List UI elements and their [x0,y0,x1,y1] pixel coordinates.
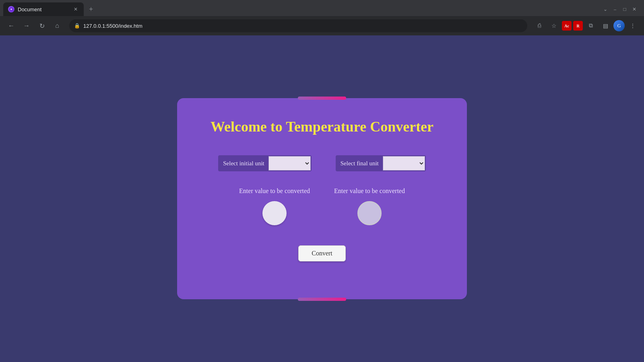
close-button[interactable]: ✕ [631,6,638,12]
menu-button[interactable]: ⋮ [626,19,639,32]
right-input-label: Enter value to be converted [334,187,405,195]
converter-card: Welcome to Temperature Converter Select … [177,98,467,299]
initial-unit-label: Select initial unit [219,158,268,169]
window-list-button[interactable]: ⌄ [602,6,609,12]
left-input-group: Enter value to be converted [239,187,310,225]
selectors-row: Select initial unit Celsius Fahrenheit K… [201,155,443,171]
page-content: Welcome to Temperature Converter Select … [0,35,644,362]
window-controls: ⌄ – □ ✕ [602,6,641,12]
inputs-row: Enter value to be converted Enter value … [201,187,443,225]
url-text: 127.0.0.1:5500/index.htm [83,23,142,29]
toolbar-actions: ⎙ ☆ Ac R ⧉ ▤ G ⋮ [533,19,639,32]
right-input-group: Enter value to be converted [334,187,405,225]
left-input-label: Enter value to be converted [239,187,310,195]
browser-chrome: Document ✕ + ⌄ – □ ✕ ← → ↻ ⌂ 🔒 127.0.0.1… [0,0,644,35]
tab-title: Document [18,6,69,12]
address-bar[interactable]: 🔒 127.0.0.1:5500/index.htm [69,19,527,32]
right-value-input[interactable] [357,201,382,225]
bookmark-button[interactable]: ☆ [547,19,560,32]
share-button[interactable]: ⎙ [533,19,546,32]
home-button[interactable]: ⌂ [51,19,64,32]
convert-button[interactable]: Convert [298,245,346,261]
active-tab[interactable]: Document ✕ [3,2,84,16]
final-unit-select[interactable]: Celsius Fahrenheit Kelvin [383,156,425,171]
extensions-button[interactable]: ⧉ [584,19,597,32]
final-unit-label: Select final unit [336,158,383,169]
new-tab-button[interactable]: + [85,4,97,15]
reload-button[interactable]: ↻ [35,19,48,32]
tab-bar: Document ✕ + ⌄ – □ ✕ [0,0,644,16]
initial-unit-wrapper: Select initial unit Celsius Fahrenheit K… [218,155,311,171]
final-unit-wrapper: Select final unit Celsius Fahrenheit Kel… [336,155,426,171]
maximize-button[interactable]: □ [621,6,628,12]
tab-favicon [8,6,14,12]
acrobat-extension[interactable]: Ac [562,21,572,31]
sidebar-button[interactable]: ▤ [599,19,612,32]
initial-unit-select[interactable]: Celsius Fahrenheit Kelvin [268,156,311,171]
page-title: Welcome to Temperature Converter [211,118,433,135]
back-button[interactable]: ← [5,19,18,32]
left-value-input[interactable] [262,201,287,225]
final-unit-group: Select final unit Celsius Fahrenheit Kel… [336,155,426,171]
profile-button[interactable]: G [613,20,625,31]
extension-red[interactable]: R [573,21,583,31]
initial-unit-group: Select initial unit Celsius Fahrenheit K… [218,155,311,171]
minimize-button[interactable]: – [612,6,618,12]
browser-toolbar: ← → ↻ ⌂ 🔒 127.0.0.1:5500/index.htm ⎙ ☆ A… [0,16,644,35]
tab-close-button[interactable]: ✕ [72,6,79,12]
lock-icon: 🔒 [74,23,80,29]
forward-button[interactable]: → [20,19,33,32]
